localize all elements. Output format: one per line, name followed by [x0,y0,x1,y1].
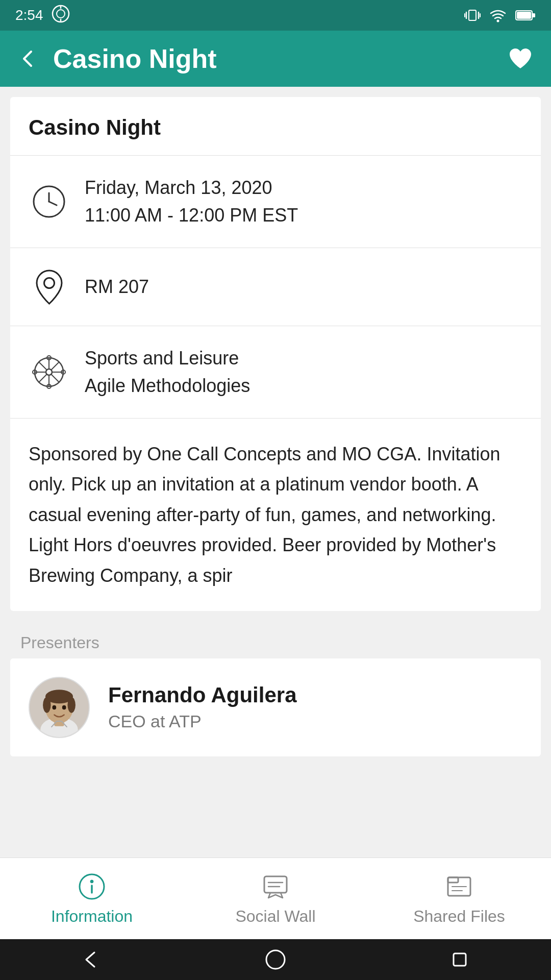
bottom-navigation: Information Social Wall Shared Files [0,857,551,939]
social-wall-icon [260,871,291,902]
svg-line-24 [51,374,59,382]
event-tag1: Sports and Leisure [85,345,250,372]
event-title: Casino Night [29,115,161,139]
event-time: 11:00 AM - 12:00 PM EST [85,202,298,229]
event-info-card: Casino Night Friday, March 13, 2020 11:0… [10,97,541,611]
event-tag2: Agile Methodologies [85,372,250,400]
nav-home-button[interactable] [264,948,287,971]
information-icon [77,871,107,902]
svg-point-50 [266,950,285,969]
nav-item-shared-files[interactable]: Shared Files [367,858,551,939]
svg-point-39 [62,705,66,710]
svg-point-36 [43,697,51,713]
presenter-avatar [29,677,90,738]
presenter-info: Fernando Aguilera CEO at ATP [108,683,297,731]
presenter-job-title: CEO at ATP [108,712,297,731]
svg-line-15 [49,202,57,205]
svg-rect-51 [454,953,466,966]
content-area: Casino Night Friday, March 13, 2020 11:0… [0,87,551,857]
presenters-label: Presenters [10,621,541,658]
presenter-row[interactable]: Fernando Aguilera CEO at ATP [10,658,541,756]
event-tags-row: Sports and Leisure Agile Methodologies [10,326,541,419]
nav-item-social-wall[interactable]: Social Wall [184,858,367,939]
nav-item-information[interactable]: Information [0,858,184,939]
favorite-button[interactable] [505,43,536,74]
svg-point-9 [497,20,499,22]
status-time: 2:54 [15,7,43,23]
nav-back-button[interactable] [81,949,102,970]
shared-files-icon [444,871,474,902]
svg-rect-43 [264,876,287,893]
svg-point-42 [90,880,93,883]
presenters-card: Fernando Aguilera CEO at ATP [10,658,541,756]
event-title-row: Casino Night [10,97,541,156]
nav-label-social-wall: Social Wall [235,907,315,926]
svg-rect-4 [469,10,476,20]
presenter-name: Fernando Aguilera [108,683,297,707]
back-button[interactable] [15,46,41,71]
svg-point-16 [44,278,54,288]
event-description: Sponsored by One Call Concepts and MO CG… [10,419,541,611]
svg-rect-11 [517,12,531,19]
event-location-row: RM 207 [10,248,541,326]
status-app-icon [52,5,70,27]
nav-recents-button[interactable] [449,949,470,970]
status-icons [464,6,536,24]
tags-icon [29,352,69,393]
system-nav-bar [0,939,551,980]
status-bar: 2:54 [0,0,551,31]
svg-line-23 [39,362,47,370]
svg-line-26 [39,374,47,382]
event-datetime-text: Friday, March 13, 2020 11:00 AM - 12:00 … [85,174,298,229]
svg-point-37 [67,697,75,713]
svg-rect-47 [448,877,458,883]
event-tags-text: Sports and Leisure Agile Methodologies [85,345,250,400]
svg-rect-12 [532,13,535,17]
svg-point-38 [52,705,56,710]
page-title: Casino Night [53,43,217,74]
svg-line-25 [51,362,59,370]
event-datetime-row: Friday, March 13, 2020 11:00 AM - 12:00 … [10,156,541,248]
nav-label-information: Information [51,907,133,926]
event-date: Friday, March 13, 2020 [85,174,298,202]
location-icon [29,266,69,307]
svg-point-1 [57,10,65,18]
app-bar: Casino Night [0,31,551,87]
nav-label-shared-files: Shared Files [413,907,505,926]
event-location-text: RM 207 [85,273,149,301]
clock-icon [29,181,69,222]
